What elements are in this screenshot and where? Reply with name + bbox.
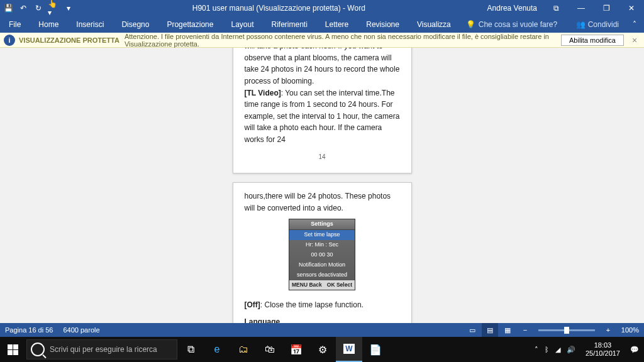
shield-icon: i	[4, 35, 15, 46]
document-area[interactable]: example,set the interval time to 1 hour,…	[0, 48, 644, 323]
settings-title: Settings	[289, 219, 355, 230]
zoom-level[interactable]: 100%	[618, 326, 639, 334]
taskbar-clock[interactable]: 18:03 25/10/2017	[582, 341, 624, 358]
off-label: [Off]	[245, 300, 260, 309]
tab-references[interactable]: Riferimenti	[263, 16, 316, 33]
paragraph: will take a photo each hour. If you want…	[245, 48, 400, 87]
action-center-icon[interactable]: 💬	[630, 346, 639, 354]
volume-icon[interactable]: 🔊	[567, 346, 575, 354]
ok-select-label: OK Select	[327, 281, 352, 289]
settings-value-row: 00 00 30	[289, 250, 355, 260]
protected-message: Attenzione. I file provenienti da Intern…	[125, 33, 561, 48]
start-button[interactable]	[0, 337, 25, 362]
lightbulb-icon: 💡	[466, 20, 475, 29]
window-title: H901 user manual (Visualizzazione protet…	[77, 4, 481, 13]
tell-me-label: Che cosa si vuole fare?	[479, 20, 557, 29]
close-button[interactable]: ✕	[619, 0, 644, 16]
print-layout-icon[interactable]: ▤	[482, 323, 498, 337]
protected-view-bar: i VISUALIZZAZIONE PROTETTA Attenzione. I…	[0, 33, 644, 48]
language-heading: Language	[245, 316, 400, 323]
word-count[interactable]: 6400 parole	[63, 326, 99, 334]
share-label: Condividi	[588, 20, 619, 29]
page-15: hours,there will be 24 photos. These pho…	[233, 182, 412, 323]
protected-close-icon[interactable]: ×	[629, 35, 640, 45]
ribbon-tabs: File Home Inserisci Disegno Progettazion…	[0, 16, 644, 33]
clock-date: 25/10/2017	[586, 349, 620, 358]
word-doc-icon[interactable]: 📄	[362, 337, 389, 362]
tab-view[interactable]: Visualizza	[408, 16, 460, 33]
cortana-icon	[31, 343, 45, 356]
wifi-icon[interactable]: ◢	[555, 346, 560, 354]
tl-video-label: [TL Video]	[245, 89, 281, 97]
taskbar-search[interactable]: Scrivi qui per eseguire la ricerca	[26, 339, 177, 359]
maximize-button[interactable]: ❐	[594, 0, 619, 16]
zoom-in-button[interactable]: +	[600, 323, 616, 337]
redo-icon[interactable]: ↻	[33, 3, 44, 14]
title-bar: 💾 ↶ ↻ 👆▾ ▾ H901 user manual (Visualizzaz…	[0, 0, 644, 16]
store-icon[interactable]: 🛍	[257, 337, 283, 362]
calendar-icon[interactable]: 📅	[283, 337, 309, 362]
system-tray: ˄ ᛒ ◢ 🔊 18:03 25/10/2017 💬	[530, 341, 644, 358]
save-icon[interactable]: 💾	[3, 3, 14, 14]
zoom-out-button[interactable]: −	[517, 323, 533, 337]
settings-notif-row: Notification Motion	[289, 260, 355, 270]
ribbon-display-options-icon[interactable]: ⧉	[543, 0, 569, 16]
clock-time: 18:03	[586, 341, 620, 349]
read-mode-icon[interactable]: ▭	[464, 323, 480, 337]
menu-back-label: MENU Back	[292, 281, 322, 289]
share-button[interactable]: 👥 Condividi	[570, 20, 625, 29]
tab-mailings[interactable]: Lettere	[316, 16, 357, 33]
tell-me-search[interactable]: 💡 Che cosa si vuole fare?	[460, 20, 564, 29]
undo-icon[interactable]: ↶	[18, 3, 29, 14]
tray-chevron-icon[interactable]: ˄	[535, 346, 538, 354]
minimize-button[interactable]: —	[569, 0, 594, 16]
zoom-slider[interactable]	[538, 329, 595, 331]
enable-editing-button[interactable]: Abilita modifica	[561, 35, 624, 46]
paragraph: [Off]: Close the time lapse function.	[245, 299, 400, 311]
taskbar-search-placeholder: Scrivi qui per eseguire la ricerca	[50, 345, 157, 354]
collapse-ribbon-icon[interactable]: ˄	[625, 20, 644, 29]
tab-insert[interactable]: Inserisci	[67, 16, 113, 33]
windows-logo-icon	[8, 344, 18, 355]
user-name[interactable]: Andrea Venuta	[481, 4, 543, 13]
web-layout-icon[interactable]: ▦	[499, 323, 516, 337]
page-number: 14	[245, 146, 400, 162]
windows-taskbar: Scrivi qui per eseguire la ricerca ⧉ e 🗂…	[0, 337, 644, 362]
task-view-icon[interactable]: ⧉	[177, 337, 204, 362]
settings-header-row: Hr: Min : Sec	[289, 240, 355, 250]
edge-icon[interactable]: e	[204, 337, 230, 362]
settings-notif-row2: sensors deactivated	[289, 270, 355, 280]
off-text: : Close the time lapse function.	[260, 300, 364, 309]
tab-review[interactable]: Revisione	[357, 16, 408, 33]
protected-title: VISUALIZZAZIONE PROTETTA	[19, 36, 119, 44]
tab-file[interactable]: File	[0, 16, 30, 33]
bluetooth-icon[interactable]: ᛒ	[545, 346, 549, 353]
settings-footer: MENU Back OK Select	[289, 280, 355, 290]
page-indicator[interactable]: Pagina 16 di 56	[5, 326, 53, 334]
paragraph: hours,there will be 24 photos. These pho…	[245, 190, 400, 214]
settings-screenshot: Settings Set time lapse Hr: Min : Sec 00…	[289, 219, 355, 290]
page-14: example,set the interval time to 1 hour,…	[233, 48, 412, 173]
touch-mode-icon[interactable]: 👆▾	[48, 3, 59, 14]
qat-dropdown-icon[interactable]: ▾	[63, 3, 74, 14]
settings-selected-row: Set time lapse	[289, 230, 355, 240]
tab-home[interactable]: Home	[30, 16, 67, 33]
paragraph: [TL Video]: You can set the interval tim…	[245, 87, 400, 146]
quick-access-toolbar: 💾 ↶ ↻ 👆▾ ▾	[0, 3, 77, 14]
status-bar: Pagina 16 di 56 6400 parole ▭ ▤ ▦ − + 10…	[0, 323, 644, 337]
share-icon: 👥	[576, 20, 586, 29]
file-explorer-icon[interactable]: 🗂	[230, 337, 257, 362]
tab-draw[interactable]: Disegno	[113, 16, 158, 33]
tab-layout[interactable]: Layout	[222, 16, 262, 33]
settings-icon[interactable]: ⚙	[309, 337, 336, 362]
word-icon[interactable]: W	[336, 337, 362, 362]
tab-design[interactable]: Progettazione	[158, 16, 222, 33]
